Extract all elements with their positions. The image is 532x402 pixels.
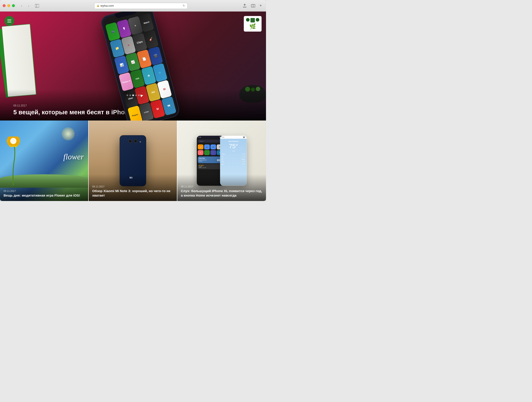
grid-section: · · · ·· · · · · flower 09.11.2017 Вещь … <box>0 121 266 201</box>
up-next-widget: UP NEXT Lunch 12:00 – 1:00 PM <box>198 164 222 169</box>
carousel-dot-5[interactable] <box>138 95 139 96</box>
weather-widget-dark: WEATHER San FranciscoSunny 65° <box>198 157 222 163</box>
grid-item-iphone-xl[interactable]: 9:41▌▌ Search 📅 📷 📷 🗺 ♣ 📞 <box>177 121 266 201</box>
menu-line-1 <box>7 19 11 20</box>
grid-title-iphone-xl: Слух: большущий iPhone XL появится через… <box>181 189 262 198</box>
camera-flash <box>139 141 141 142</box>
back-button[interactable]: ‹ <box>19 3 25 9</box>
menu-button[interactable] <box>4 16 14 26</box>
grid-date-flower: 09.11.2017 <box>4 190 85 192</box>
close-button[interactable] <box>3 4 6 7</box>
traffic-lights <box>3 4 15 7</box>
nav-buttons: ‹ › <box>19 3 32 9</box>
grid-date-xiaomi: 09.11.2017 <box>92 185 173 188</box>
new-tab-button[interactable]: + <box>258 3 263 8</box>
ios-search: Search <box>198 140 222 143</box>
title-bar: ‹ › 🔒 wylsa.com ↻ <box>0 0 266 12</box>
split-view-button[interactable] <box>250 3 257 9</box>
toolbar-right: + <box>241 3 263 9</box>
forward-button[interactable]: › <box>25 3 32 9</box>
address-bar-container: 🔒 wylsa.com ↻ <box>54 3 228 9</box>
reload-button[interactable]: ↻ <box>183 4 185 7</box>
maximize-button[interactable] <box>12 4 15 7</box>
carousel-dot-4[interactable] <box>135 95 137 96</box>
camera-lens-2 <box>134 139 137 143</box>
grid-title-xiaomi: Обзор Xiaomi Mi Note 3: хороший, но чего… <box>92 189 173 198</box>
plants-decoration: 🌿 <box>235 16 262 43</box>
grid-date-iphone-xl: 09.11.2017 <box>181 185 262 188</box>
grid-overlay-iphone-xl: 09.11.2017 Слух: большущий iPhone XL поя… <box>177 174 266 201</box>
ios-status-bar: 9:41▌▌ <box>197 136 223 139</box>
menu-line-2 <box>7 21 11 21</box>
sun-decoration <box>62 127 75 140</box>
address-bar[interactable]: 🔒 wylsa.com ↻ <box>94 3 188 9</box>
grid-title-flower: Вещь дня: медитативная игра Flower для i… <box>4 193 85 198</box>
browser-window: ‹ › 🔒 wylsa.com ↻ <box>0 0 266 201</box>
grid-item-xiaomi[interactable]: Mi 09.11.2017 Обзор Xiaomi Mi Note 3: хо… <box>89 121 177 201</box>
svg-rect-1 <box>35 4 39 7</box>
carousel-dot-3[interactable] <box>132 95 134 96</box>
url-text: wylsa.com <box>101 4 114 7</box>
hamburger-icon <box>7 19 11 22</box>
lock-icon: 🔒 <box>97 4 99 7</box>
plant-pot: 🌿 <box>244 16 262 32</box>
share-button[interactable] <box>241 3 248 9</box>
xiaomi-dual-camera <box>128 139 137 143</box>
svg-point-10 <box>10 138 16 144</box>
ios-status-bar-light: 9:41▌▌ <box>220 136 247 139</box>
svg-rect-0 <box>35 4 37 7</box>
dandelion-particles: · · · ·· · · · · <box>75 129 79 137</box>
flower-svg-decoration <box>2 136 33 185</box>
website-content: 🌿 <box>0 12 266 201</box>
menu-line-3 <box>7 22 11 22</box>
ios-app-grid: 📅 📷 📷 🗺 ♣ 📞 🎵 ⚙ <box>197 144 223 156</box>
hero-section[interactable]: 🌿 <box>0 12 266 121</box>
grid-overlay-xiaomi: 09.11.2017 Обзор Xiaomi Mi Note 3: хорош… <box>89 174 177 201</box>
grid-item-flower[interactable]: · · · ·· · · · · flower 09.11.2017 Вещь … <box>0 121 89 201</box>
carousel-dot-2[interactable] <box>129 95 131 96</box>
carousel-dot-1[interactable] <box>127 95 128 96</box>
minimize-button[interactable] <box>7 4 10 7</box>
camera-lens-1 <box>128 139 132 143</box>
carousel-dots <box>127 95 139 96</box>
sidebar-toggle-button[interactable] <box>34 3 41 9</box>
flower-script-text: flower <box>63 152 84 161</box>
